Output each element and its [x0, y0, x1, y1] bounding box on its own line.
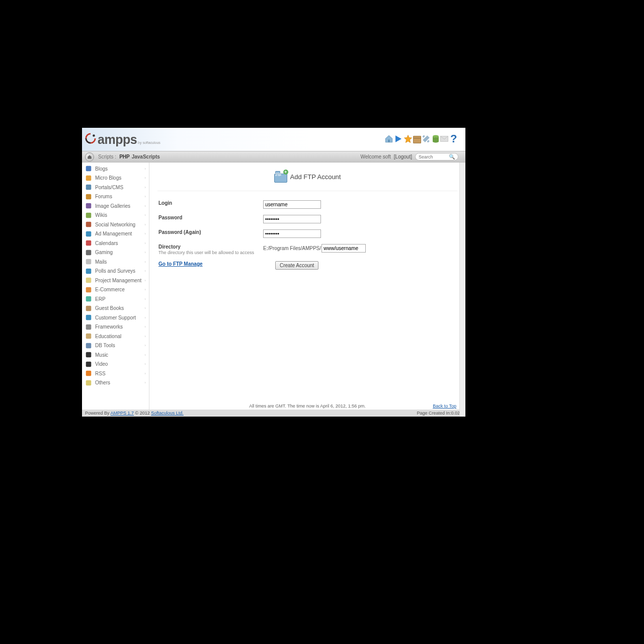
directory-label: Directory The directory this user will b… — [157, 244, 263, 255]
sidebar-item-polls-and-surveys[interactable]: Polls and Surveys› — [82, 267, 149, 276]
logout-link[interactable]: [Logout] — [394, 154, 412, 159]
help-icon[interactable]: ? — [450, 134, 459, 143]
sidebar-item-educational[interactable]: Educational› — [82, 332, 149, 341]
sidebar-item-calendars[interactable]: Calendars› — [82, 238, 149, 248]
logo[interactable]: ampps by softaculous — [85, 132, 160, 147]
lang-php[interactable]: PHP — [119, 154, 130, 159]
footer-softaculous-link[interactable]: Softaculous Ltd. — [151, 411, 184, 416]
svg-rect-10 — [86, 222, 92, 227]
svg-rect-9 — [86, 213, 92, 218]
chevron-right-icon: › — [144, 306, 146, 310]
footer-right: Page Created In:0.026 — [417, 411, 462, 416]
sidebar-item-portals-cms[interactable]: Portals/CMS› — [82, 183, 149, 192]
chevron-right-icon: › — [144, 204, 146, 208]
svg-rect-22 — [86, 334, 92, 339]
svg-rect-11 — [86, 231, 92, 237]
sidebar-item-label: Gaming — [95, 250, 113, 255]
chevron-right-icon: › — [144, 241, 146, 246]
sidebar-item-music[interactable]: Music› — [82, 350, 149, 360]
search-box[interactable]: 🔍 — [415, 153, 458, 160]
forum-icon — [85, 193, 92, 200]
music-icon — [85, 351, 92, 358]
sidebar-item-forums[interactable]: Forums› — [82, 192, 149, 202]
sidebar-item-micro-blogs[interactable]: Micro Blogs› — [82, 174, 149, 183]
sidebar-item-blogs[interactable]: Blogs› — [82, 164, 149, 174]
svg-rect-20 — [86, 315, 92, 320]
cart-icon — [85, 286, 92, 293]
back-to-top-link[interactable]: Back to Top — [433, 404, 456, 409]
people-icon — [85, 221, 92, 228]
svg-rect-13 — [86, 250, 92, 256]
fw-icon — [85, 324, 92, 331]
svg-rect-1 — [388, 140, 390, 142]
svg-rect-25 — [86, 362, 92, 367]
chevron-right-icon: › — [144, 287, 146, 292]
video-icon — [85, 361, 92, 368]
box-icon[interactable] — [413, 136, 421, 143]
page-header: FTP+ Add FTP Account — [157, 168, 457, 191]
directory-input[interactable] — [321, 244, 366, 253]
sidebar-item-rss[interactable]: RSS› — [82, 369, 149, 378]
header: ampps by softaculous ? — [82, 128, 465, 151]
create-account-button[interactable]: Create Account — [275, 261, 318, 270]
sidebar-item-wikis[interactable]: Wikis› — [82, 211, 149, 220]
sidebar-item-video[interactable]: Video› — [82, 360, 149, 369]
book-icon — [85, 212, 92, 219]
chevron-right-icon: › — [144, 343, 146, 348]
sidebar-item-project-management[interactable]: Project Management› — [82, 276, 149, 285]
sidebar-item-erp[interactable]: ERP› — [82, 294, 149, 304]
goto-ftp-manage-link[interactable]: Go to FTP Manage — [158, 261, 203, 267]
sidebar-item-gaming[interactable]: Gaming› — [82, 248, 149, 258]
logo-subtitle: by softaculous — [138, 141, 160, 144]
sidebar-item-mails[interactable]: Mails› — [82, 257, 149, 267]
sidebar-item-social-networking[interactable]: Social Networking› — [82, 220, 149, 229]
search-input[interactable] — [419, 154, 449, 159]
sidebar-item-label: Project Management — [95, 278, 141, 283]
sidebar-item-e-commerce[interactable]: E-Commerce› — [82, 285, 149, 295]
edu-icon — [85, 333, 92, 340]
sidebar-item-ad-management[interactable]: Ad Management› — [82, 229, 149, 239]
game-icon — [85, 249, 92, 256]
chevron-right-icon: › — [144, 362, 146, 366]
star-icon[interactable] — [404, 134, 413, 143]
database-icon[interactable] — [431, 134, 439, 143]
tools-icon[interactable] — [422, 134, 431, 143]
chevron-right-icon: › — [144, 269, 146, 273]
sidebar-item-frameworks[interactable]: Frameworks› — [82, 323, 149, 332]
sidebar-item-guest-books[interactable]: Guest Books› — [82, 304, 149, 313]
svg-rect-16 — [86, 278, 92, 283]
login-input[interactable] — [263, 200, 321, 209]
login-label: Login — [157, 200, 263, 206]
chevron-right-icon: › — [144, 315, 146, 320]
chevron-right-icon: › — [144, 176, 146, 180]
password-label: Password — [157, 215, 263, 220]
sidebar-item-label: RSS — [95, 371, 106, 376]
svg-rect-17 — [86, 287, 92, 293]
sidebar-item-label: Image Galleries — [95, 203, 130, 209]
sidebar-item-label: Music — [95, 352, 108, 358]
sidebar-item-image-galleries[interactable]: Image Galleries› — [82, 201, 149, 211]
directory-hint: The directory this user will be allowed … — [158, 250, 263, 255]
search-icon[interactable]: 🔍 — [449, 154, 455, 159]
password2-input[interactable] — [263, 229, 321, 238]
mail-icon[interactable] — [440, 134, 449, 143]
password-input[interactable] — [263, 215, 321, 223]
home-icon[interactable] — [384, 134, 393, 143]
scripts-label: Scripts : — [98, 154, 116, 159]
svg-rect-5 — [86, 176, 92, 181]
sidebar-item-db-tools[interactable]: DB Tools› — [82, 341, 149, 351]
lang-js[interactable]: JavaScripts — [132, 154, 160, 159]
sidebar-item-others[interactable]: Others› — [82, 378, 149, 388]
footer-left: Powered By AMPPS 1.7 © 2012 Softaculous … — [85, 411, 184, 416]
play-icon[interactable] — [394, 134, 403, 143]
chevron-right-icon: › — [144, 250, 146, 255]
sidebar-item-label: Educational — [95, 334, 121, 339]
sidebar-item-label: Wikis — [95, 212, 107, 218]
home-button[interactable] — [85, 152, 94, 162]
sidebar-item-label: Video — [95, 361, 108, 367]
sidebar-item-customer-support[interactable]: Customer Support› — [82, 313, 149, 323]
svg-rect-15 — [86, 269, 92, 274]
footer-ampps-link[interactable]: AMPPS 1.7 — [111, 411, 134, 416]
sidebar-item-label: DB Tools — [95, 343, 115, 348]
svg-point-2 — [433, 135, 439, 138]
